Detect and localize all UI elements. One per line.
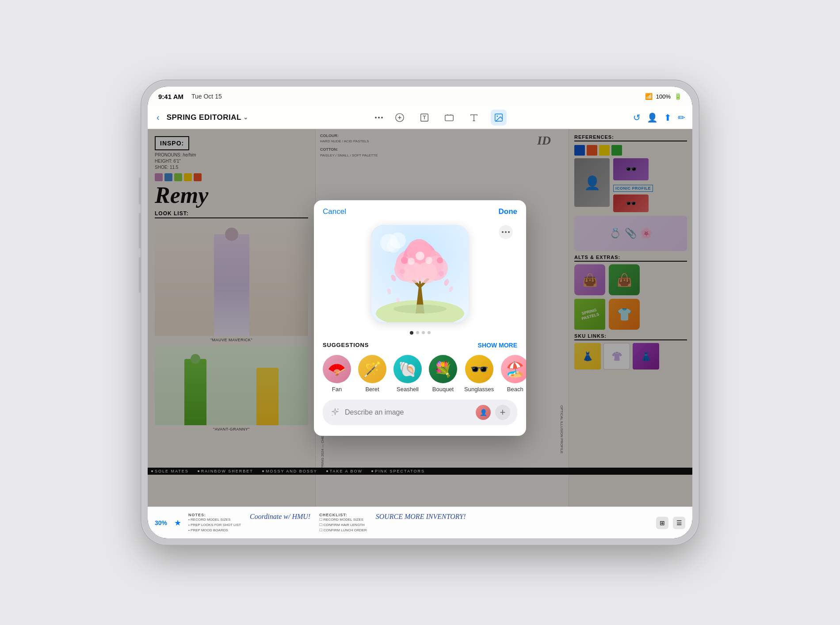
svg-point-24: [416, 252, 424, 260]
wifi-icon: 📶: [645, 93, 653, 100]
seashell-emoji: 🐚: [398, 360, 417, 378]
svg-point-17: [400, 269, 405, 274]
image-description-bar[interactable]: 👤 +: [323, 400, 517, 425]
back-button[interactable]: ‹: [155, 111, 161, 124]
edit-button[interactable]: ✏: [678, 112, 685, 123]
beret-emoji: 🪄: [363, 360, 382, 378]
show-more-button[interactable]: SHOW MORE: [478, 342, 517, 349]
list-tool-button[interactable]: ☰: [673, 517, 685, 529]
bouquet-label: Bouquet: [432, 386, 454, 393]
document-title: SPRING EDITORIAL ⌄: [167, 113, 248, 122]
title-chevron-icon: ⌄: [243, 114, 248, 121]
notes-handwriting: Coordinate w/ HMU!: [250, 513, 310, 533]
done-button[interactable]: Done: [499, 207, 518, 216]
seashell-label: Seashell: [397, 386, 419, 393]
suggestion-bouquet[interactable]: 💐 Bouquet: [429, 355, 457, 393]
suggestion-sunglasses[interactable]: 🕶️ Sunglasses: [464, 355, 494, 393]
notes-handwriting2: SOURCE MORE INVENTORY!: [376, 513, 466, 533]
title-text: SPRING EDITORIAL: [167, 113, 241, 122]
svg-point-4: [496, 115, 498, 117]
image-tool-button[interactable]: [491, 110, 507, 126]
zoom-level: 30%: [155, 519, 167, 526]
bottom-tools: ⊞ ☰: [656, 517, 685, 529]
suggestion-seashell[interactable]: 🐚 Seashell: [393, 355, 422, 393]
text-style-button[interactable]: [466, 110, 482, 126]
image-generation-modal: Cancel Done: [314, 200, 526, 436]
page-dot-2: [416, 331, 419, 334]
status-bar: 9:41 AM Tue Oct 15 📶 100% 🔋: [148, 87, 692, 106]
describe-image-input[interactable]: [345, 408, 471, 416]
suggestions-grid: 🪭 Fan 🪄 Beret: [323, 355, 517, 393]
svg-point-31: [337, 408, 339, 410]
suggestions-section: SUGGESTIONS SHOW MORE 🪭 Fan: [314, 342, 526, 436]
sunglasses-icon-wrap: 🕶️: [465, 355, 493, 383]
page-dot-3: [422, 331, 425, 334]
star-icon: ★: [174, 518, 181, 528]
toolbar-center-tools: [375, 110, 507, 126]
sparkle-icon: [330, 407, 340, 418]
plus-button[interactable]: +: [495, 405, 510, 420]
seashell-icon-wrap: 🐚: [393, 355, 422, 383]
battery-percent: 100%: [656, 93, 671, 100]
svg-rect-2: [445, 115, 453, 121]
modal-image-area: [314, 216, 526, 328]
page-indicators: [314, 328, 526, 342]
bouquet-icon-wrap: 💐: [429, 355, 457, 383]
status-time: 9:41 AM: [158, 93, 183, 100]
suggestions-title: SUGGESTIONS: [323, 342, 369, 348]
battery-icon: 🔋: [674, 93, 682, 100]
beach-label: Beach: [507, 386, 523, 393]
ipad-device: 9:41 AM Tue Oct 15 📶 100% 🔋 ‹ SPRING EDI…: [141, 80, 699, 545]
pen-tool-button[interactable]: [392, 110, 408, 126]
generated-image: [371, 225, 469, 322]
canvas-area: INSPO: PRONOUNS: he/him HEIGHT: 6'1" SHO…: [148, 129, 692, 507]
notes-section: NOTES: • RECORD MODEL SIZES • PREP LOOKS…: [188, 513, 241, 533]
suggestions-header: SUGGESTIONS SHOW MORE: [323, 342, 517, 349]
fan-emoji: 🪭: [328, 360, 346, 378]
bottom-bar: 30% ★ NOTES: • RECORD MODEL SIZES • PREP…: [148, 507, 692, 538]
modal-overlay: Cancel Done: [148, 129, 692, 507]
svg-point-30: [387, 240, 400, 253]
shape-tool-button[interactable]: [441, 110, 457, 126]
fan-label: Fan: [332, 386, 342, 393]
status-right: 📶 100% 🔋: [645, 93, 682, 100]
suggestion-fan[interactable]: 🪭 Fan: [323, 355, 351, 393]
grid-tool-button[interactable]: ⊞: [656, 517, 668, 529]
svg-point-18: [439, 271, 444, 276]
toolbar-right-actions: ↺ 👤 ⬆ ✏: [633, 112, 685, 123]
bottom-notes-area: NOTES: • RECORD MODEL SIZES • PREP LOOKS…: [188, 513, 649, 533]
svg-point-26: [425, 257, 432, 264]
main-toolbar: ‹ SPRING EDITORIAL ⌄: [148, 106, 692, 129]
suggestion-beach[interactable]: 🏖️ Beach: [501, 355, 526, 393]
svg-point-32: [332, 415, 333, 415]
fan-icon-wrap: 🪭: [323, 355, 351, 383]
cancel-button[interactable]: Cancel: [323, 207, 346, 216]
page-dot-1: [410, 331, 413, 335]
beret-icon-wrap: 🪄: [358, 355, 386, 383]
svg-point-15: [401, 257, 408, 264]
svg-point-14: [416, 262, 437, 283]
svg-point-25: [408, 258, 415, 265]
more-options-button[interactable]: [499, 225, 513, 239]
beach-icon-wrap: 🏖️: [501, 355, 526, 383]
text-tool-button[interactable]: [416, 110, 432, 126]
svg-point-27: [393, 305, 447, 313]
beret-label: Beret: [365, 386, 379, 393]
avatar-button[interactable]: 👤: [476, 405, 491, 420]
beach-emoji: 🏖️: [506, 360, 524, 378]
undo-button[interactable]: ↺: [633, 112, 641, 123]
cherry-blossom-svg: [371, 225, 469, 322]
modal-header: Cancel Done: [314, 200, 526, 216]
sunglasses-emoji: 🕶️: [470, 360, 489, 378]
page-dot-4: [428, 331, 431, 334]
toolbar-dots: [375, 117, 383, 118]
collaborate-button[interactable]: 👤: [647, 112, 658, 123]
svg-point-16: [437, 257, 443, 263]
checklist-section: CHECKLIST: ☐ RECORD MODEL SIZES ☐ CONFIR…: [319, 513, 367, 533]
bouquet-emoji: 💐: [434, 360, 452, 378]
sunglasses-label: Sunglasses: [464, 386, 494, 393]
share-button[interactable]: ⬆: [664, 112, 672, 123]
suggestion-beret[interactable]: 🪄 Beret: [358, 355, 386, 393]
status-date: Tue Oct 15: [191, 93, 222, 100]
